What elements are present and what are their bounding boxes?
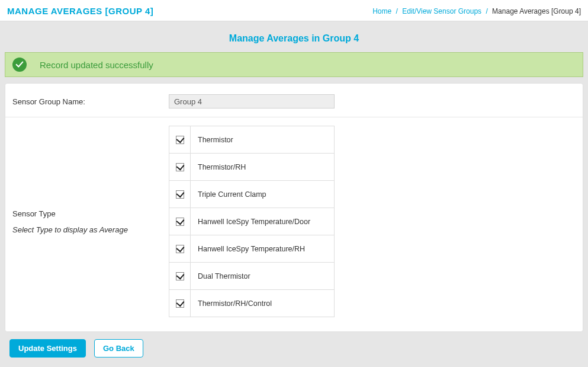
sensor-type-label: Sensor Type	[12, 209, 169, 218]
sensor-type-name: Triple Current Clamp	[191, 181, 335, 208]
table-row: Thermistor/RH	[169, 154, 335, 181]
table-row: Hanwell IceSpy Temperature/RH	[169, 235, 335, 263]
subtitle: Manage Averages in Group 4	[229, 33, 359, 43]
sensor-type-name: Hanwell IceSpy Temperature/Door	[191, 208, 335, 235]
table-row: Dual Thermistor	[169, 263, 335, 290]
subtitle-band: Manage Averages in Group 4	[4, 25, 584, 52]
table-row: Hanwell IceSpy Temperature/Door	[169, 208, 335, 235]
go-back-button[interactable]: Go Back	[94, 339, 143, 358]
breadcrumb-current: Manage Averages [Group 4]	[492, 7, 581, 15]
table-row: Thermistor	[169, 126, 335, 154]
sensor-type-checkbox[interactable]	[176, 163, 184, 171]
footer-actions: Update Settings Go Back	[4, 332, 584, 365]
breadcrumb-separator: /	[396, 7, 398, 15]
sensor-type-checkbox[interactable]	[176, 245, 184, 253]
check-circle-icon	[12, 58, 27, 72]
sensor-type-checkbox[interactable]	[176, 218, 184, 226]
breadcrumb-home[interactable]: Home	[372, 7, 391, 15]
page-title: MANAGE AVERAGES [GROUP 4]	[7, 6, 153, 16]
group-name-label: Sensor Group Name:	[12, 97, 169, 106]
group-name-input	[169, 94, 335, 108]
sensor-type-name: Thermistor/RH/Control	[191, 290, 335, 317]
sensor-type-name: Thermistor/RH	[191, 154, 335, 181]
sensor-type-checkbox[interactable]	[176, 190, 184, 199]
table-row: Thermistor/RH/Control	[169, 290, 335, 317]
sensor-type-checkbox[interactable]	[176, 136, 184, 144]
sensor-type-row: Sensor Type Select Type to display as Av…	[5, 117, 583, 331]
update-settings-button[interactable]: Update Settings	[9, 339, 86, 358]
sensor-type-checkbox[interactable]	[176, 299, 184, 308]
breadcrumb-sensor-groups[interactable]: Edit/View Sensor Groups	[402, 7, 481, 15]
alert-message: Record updated successfully	[40, 60, 153, 70]
table-row: Triple Current Clamp	[169, 181, 335, 208]
sensor-types-table: Thermistor Thermistor/RH Triple Current …	[169, 126, 335, 317]
sensor-type-name: Thermistor	[191, 126, 335, 154]
breadcrumb-separator: /	[486, 7, 487, 15]
top-bar: MANAGE AVERAGES [GROUP 4] Home / Edit/Vi…	[0, 0, 588, 21]
breadcrumb: Home / Edit/View Sensor Groups / Manage …	[372, 7, 581, 15]
form-panel: Sensor Group Name: Sensor Type Select Ty…	[5, 83, 583, 332]
success-alert: Record updated successfully	[5, 52, 583, 77]
sensor-type-hint: Select Type to display as Average	[12, 225, 169, 234]
sensor-type-label-block: Sensor Type Select Type to display as Av…	[12, 126, 169, 317]
sensor-type-name: Dual Thermistor	[191, 263, 335, 290]
sensor-type-checkbox[interactable]	[176, 272, 184, 280]
sensor-type-name: Hanwell IceSpy Temperature/RH	[191, 235, 335, 263]
group-name-row: Sensor Group Name:	[5, 84, 583, 117]
